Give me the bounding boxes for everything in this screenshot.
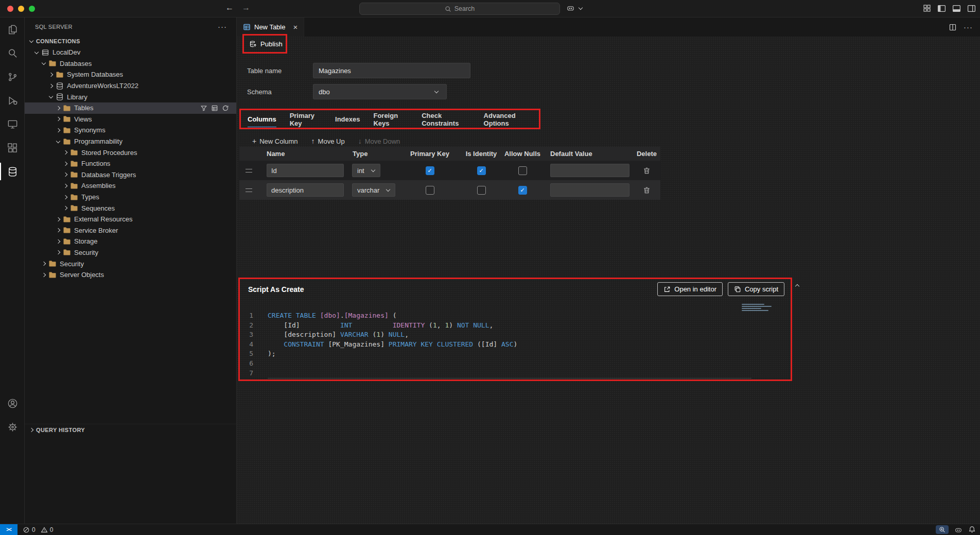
tree-item-library[interactable]: Library — [25, 91, 236, 102]
copy-script-button[interactable]: Copy script — [728, 282, 784, 296]
column-name-input[interactable] — [267, 183, 344, 197]
query-history-section-header[interactable]: QUERY HISTORY — [25, 424, 236, 435]
primary-key-checkbox[interactable]: ✓ — [426, 166, 434, 175]
close-window-button[interactable] — [7, 6, 13, 12]
more-actions-icon[interactable]: ··· — [218, 22, 227, 31]
chevron-right-icon[interactable] — [62, 160, 70, 168]
activity-sql-server[interactable] — [0, 160, 25, 183]
more-actions-icon[interactable]: ··· — [964, 23, 973, 31]
chevron-right-icon[interactable] — [62, 193, 70, 201]
designer-tab-indexes[interactable]: Indexes — [328, 110, 366, 128]
tree-item-assemblies[interactable]: Assemblies — [25, 180, 236, 192]
default-value-input[interactable] — [550, 183, 629, 197]
forward-icon[interactable]: → — [242, 3, 250, 12]
schema-select[interactable]: dbo — [313, 84, 447, 99]
chevron-right-icon[interactable] — [55, 237, 63, 246]
copilot-menu[interactable] — [566, 4, 585, 12]
tree-item-server-objects[interactable]: Server Objects — [25, 269, 236, 281]
drag-handle-icon[interactable] — [246, 169, 252, 172]
open-in-editor-button[interactable]: Open in editor — [657, 282, 723, 296]
chevron-down-icon[interactable] — [33, 48, 41, 57]
sql-code-editor[interactable]: 1CREATE TABLE [dbo].[Magazines] (2 [Id] … — [240, 311, 791, 378]
default-value-input[interactable] — [550, 164, 629, 177]
tree-item-localdev[interactable]: LocalDev — [25, 47, 236, 58]
move-down-button[interactable]: ↓ Move Down — [358, 137, 400, 145]
designer-tab-advanced-options[interactable]: Advanced Options — [477, 110, 539, 128]
chevron-right-icon[interactable] — [55, 226, 63, 234]
tree-item-databases[interactable]: Databases — [25, 58, 236, 70]
chevron-down-icon[interactable] — [40, 59, 48, 67]
activity-search[interactable] — [0, 41, 25, 65]
column-type-select[interactable]: varchar — [352, 183, 395, 197]
table-icon[interactable] — [211, 105, 218, 112]
delete-column-button[interactable] — [643, 186, 651, 194]
tree-item-sequences[interactable]: Sequences — [25, 202, 236, 214]
chevron-right-icon[interactable] — [62, 182, 70, 190]
split-editor-icon[interactable] — [949, 23, 957, 31]
tree-item-system-databases[interactable]: System Databases — [25, 69, 236, 80]
toggle-primary-sidebar-icon[interactable] — [937, 5, 946, 12]
is-identity-checkbox[interactable]: ✓ — [477, 166, 486, 175]
maximize-window-button[interactable] — [29, 6, 35, 12]
chevron-right-icon[interactable] — [55, 248, 63, 256]
accounts-button[interactable] — [0, 391, 25, 415]
copilot-icon[interactable] — [954, 526, 962, 534]
chevron-right-icon[interactable] — [55, 126, 63, 134]
chevron-down-icon[interactable] — [55, 137, 63, 146]
designer-tab-check-constraints[interactable]: Check Constraints — [415, 110, 477, 128]
move-up-button[interactable]: ↑ Move Up — [311, 137, 345, 145]
tree-item-views[interactable]: Views — [25, 114, 236, 125]
chevron-right-icon[interactable] — [62, 204, 70, 212]
refresh-icon[interactable] — [222, 105, 229, 112]
designer-tab-primary-key[interactable]: Primary Key — [283, 110, 328, 128]
activity-run-debug[interactable] — [0, 89, 25, 112]
tree-item-database-triggers[interactable]: Database Triggers — [25, 169, 236, 181]
allow-nulls-checkbox[interactable] — [518, 166, 527, 175]
tree-item-programmability[interactable]: Programmability — [25, 136, 236, 147]
allow-nulls-checkbox[interactable]: ✓ — [518, 186, 527, 195]
chevron-right-icon[interactable] — [47, 71, 56, 79]
column-type-select[interactable]: int — [352, 164, 380, 177]
tree-item-types[interactable]: Types — [25, 192, 236, 203]
designer-tab-foreign-keys[interactable]: Foreign Keys — [366, 110, 415, 128]
remote-indicator[interactable]: >< — [0, 524, 18, 535]
table-name-input[interactable] — [313, 63, 470, 78]
minimize-window-button[interactable] — [18, 6, 24, 12]
notifications-bell-icon[interactable] — [968, 526, 976, 533]
chevron-right-icon[interactable] — [40, 260, 48, 268]
tree-item-service-broker[interactable]: Service Broker — [25, 225, 236, 236]
connections-section-header[interactable]: CONNECTIONS — [25, 36, 236, 47]
activity-source-control[interactable] — [0, 65, 25, 89]
settings-button[interactable] — [0, 415, 25, 439]
tree-item-synonyms[interactable]: Synonyms — [25, 125, 236, 136]
filter-icon[interactable] — [200, 105, 207, 112]
activity-explorer[interactable] — [0, 18, 25, 41]
tree-item-tables[interactable]: Tables — [25, 102, 236, 114]
chevron-right-icon[interactable] — [55, 115, 63, 123]
designer-tab-columns[interactable]: Columns — [241, 110, 283, 128]
column-name-input[interactable] — [267, 164, 344, 177]
chevron-right-icon[interactable] — [62, 170, 70, 179]
chevron-right-icon[interactable] — [62, 148, 70, 157]
chevron-up-icon[interactable] — [794, 282, 802, 290]
activity-extensions[interactable] — [0, 136, 25, 160]
tree-item-functions[interactable]: Functions — [25, 158, 236, 169]
tree-item-storage[interactable]: Storage — [25, 236, 236, 247]
tree-item-security[interactable]: Security — [25, 258, 236, 269]
toggle-panel-icon[interactable] — [952, 5, 961, 12]
publish-button[interactable]: Publish — [244, 36, 288, 52]
tree-item-external-resources[interactable]: External Resources — [25, 214, 236, 225]
command-center-search[interactable]: Search — [359, 3, 560, 15]
primary-key-checkbox[interactable] — [426, 186, 434, 195]
close-icon[interactable]: × — [293, 23, 297, 31]
back-icon[interactable]: ← — [225, 3, 234, 12]
chevron-right-icon[interactable] — [40, 271, 48, 279]
tree-item-adventureworkslt2022[interactable]: AdventureWorksLT2022 — [25, 80, 236, 92]
delete-column-button[interactable] — [643, 167, 651, 175]
is-identity-checkbox[interactable] — [477, 186, 486, 195]
zoom-button[interactable] — [936, 525, 949, 534]
chevron-right-icon[interactable] — [55, 104, 63, 112]
chevron-right-icon[interactable] — [47, 82, 56, 90]
tree-item-stored-procedures[interactable]: Stored Procedures — [25, 147, 236, 158]
problems-indicator[interactable]: 0 0 — [23, 526, 56, 533]
